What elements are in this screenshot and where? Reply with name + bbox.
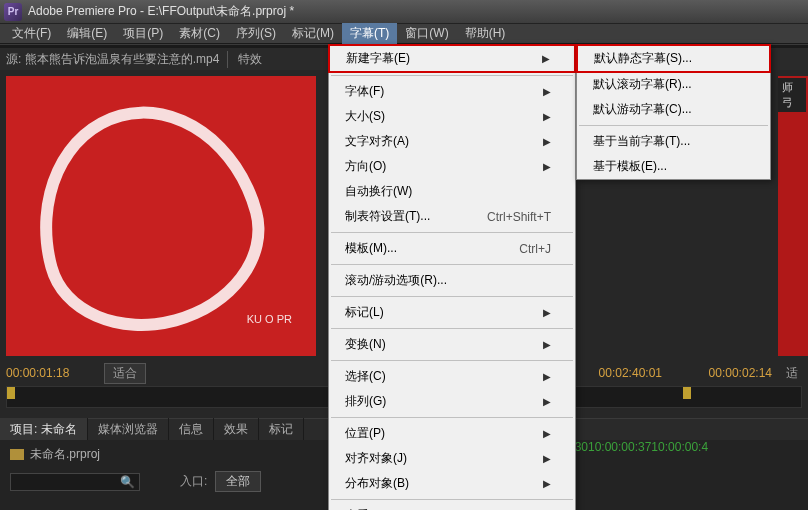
menu-item-position[interactable]: 位置(P)▶ xyxy=(329,421,575,446)
menu-item-label: 变换(N) xyxy=(345,336,386,353)
tab-markers[interactable]: 标记 xyxy=(259,418,304,441)
menu-item-label: 位置(P) xyxy=(345,425,385,442)
menu-item-label: 字体(F) xyxy=(345,83,384,100)
menu-item-select[interactable]: 选择(C)▶ xyxy=(329,364,575,389)
in-label: 入口: xyxy=(180,473,207,490)
menu-sequence[interactable]: 序列(S) xyxy=(228,23,284,44)
submenu-item-current[interactable]: 基于当前字幕(T)... xyxy=(577,129,770,154)
menu-clip[interactable]: 素材(C) xyxy=(171,23,228,44)
menu-item-size[interactable]: 大小(S)▶ xyxy=(329,104,575,129)
menu-item-label: 大小(S) xyxy=(345,108,385,125)
menu-marker[interactable]: 标记(M) xyxy=(284,23,342,44)
menu-separator xyxy=(331,360,573,361)
program-monitor-edge: 师弓 xyxy=(778,76,808,356)
playhead-marker-2[interactable] xyxy=(683,387,691,399)
menu-item-label: 滚动/游动选项(R)... xyxy=(345,272,447,289)
menu-item-label: 文字对齐(A) xyxy=(345,133,409,150)
submenu-arrow-icon: ▶ xyxy=(543,371,551,382)
menu-item-align-objects[interactable]: 对齐对象(J)▶ xyxy=(329,446,575,471)
menu-item-tabstops[interactable]: 制表符设置(T)...Ctrl+Shift+T xyxy=(329,204,575,229)
menu-separator xyxy=(331,75,573,76)
menu-window[interactable]: 窗口(W) xyxy=(397,23,456,44)
menu-item-label: 标记(L) xyxy=(345,304,384,321)
playhead-marker[interactable] xyxy=(7,387,15,399)
menu-item-label: 模板(M)... xyxy=(345,240,397,257)
submenu-item-still[interactable]: 默认静态字幕(S)... xyxy=(576,44,771,73)
menu-bar: 文件(F) 编辑(E) 项目(P) 素材(C) 序列(S) 标记(M) 字幕(T… xyxy=(0,24,808,44)
title-bar: Pr Adobe Premiere Pro - E:\FFOutput\未命名.… xyxy=(0,0,808,24)
tab-effects[interactable]: 效果 xyxy=(214,418,259,441)
tab-info[interactable]: 信息 xyxy=(169,418,214,441)
submenu-arrow-icon: ▶ xyxy=(543,396,551,407)
bin-icon xyxy=(10,449,24,460)
menu-shortcut: Ctrl+Shift+T xyxy=(487,210,551,224)
menu-item-align[interactable]: 文字对齐(A)▶ xyxy=(329,129,575,154)
menu-item-arrange[interactable]: 排列(G)▶ xyxy=(329,389,575,414)
search-input[interactable]: 🔍 xyxy=(10,473,140,491)
menu-item-label: 对齐对象(J) xyxy=(345,450,407,467)
window-title: Adobe Premiere Pro - E:\FFOutput\未命名.prp… xyxy=(28,3,294,20)
menu-item-font[interactable]: 字体(F)▶ xyxy=(329,79,575,104)
title-dropdown-menu: 新建字幕(E)▶ 字体(F)▶ 大小(S)▶ 文字对齐(A)▶ 方向(O)▶ 自… xyxy=(328,44,576,510)
tab-media-browser[interactable]: 媒体浏览器 xyxy=(88,418,169,441)
new-title-submenu: 默认静态字幕(S)... 默认滚动字幕(R)... 默认游动字幕(C)... 基… xyxy=(576,44,771,180)
submenu-item-crawl[interactable]: 默认游动字幕(C)... xyxy=(577,97,770,122)
menu-separator xyxy=(331,328,573,329)
menu-item-label: 选择(C) xyxy=(345,368,386,385)
menu-separator xyxy=(331,264,573,265)
menu-item-label: 默认游动字幕(C)... xyxy=(593,101,692,118)
app-logo: Pr xyxy=(4,3,22,21)
menu-item-direction[interactable]: 方向(O)▶ xyxy=(329,154,575,179)
search-icon: 🔍 xyxy=(120,475,135,489)
submenu-arrow-icon: ▶ xyxy=(543,111,551,122)
menu-item-view[interactable]: 查看(V)▶ xyxy=(329,503,575,510)
menu-edit[interactable]: 编辑(E) xyxy=(59,23,115,44)
source-tab-effects[interactable]: 特效 xyxy=(227,51,262,68)
menu-item-label: 基于模板(E)... xyxy=(593,158,667,175)
menu-item-label: 分布对象(B) xyxy=(345,475,409,492)
menu-file[interactable]: 文件(F) xyxy=(4,23,59,44)
menu-item-label: 方向(O) xyxy=(345,158,386,175)
submenu-arrow-icon: ▶ xyxy=(543,161,551,172)
menu-item-label: 自动换行(W) xyxy=(345,183,412,200)
menu-item-label: 默认滚动字幕(R)... xyxy=(593,76,692,93)
menu-separator xyxy=(579,125,768,126)
menu-item-label: 制表符设置(T)... xyxy=(345,208,430,225)
duration-timecode: 00:02:40:01 xyxy=(599,366,662,380)
menu-item-label: 排列(G) xyxy=(345,393,386,410)
menu-item-roll-options[interactable]: 滚动/游动选项(R)... xyxy=(329,268,575,293)
tab-project[interactable]: 项目: 未命名 xyxy=(0,418,88,441)
menu-item-label: 基于当前字幕(T)... xyxy=(593,133,690,150)
zoom-fit-2[interactable]: 适 xyxy=(786,365,798,382)
menu-project[interactable]: 项目(P) xyxy=(115,23,171,44)
submenu-arrow-icon: ▶ xyxy=(543,339,551,350)
menu-separator xyxy=(331,499,573,500)
project-filename: 未命名.prproj xyxy=(30,446,100,463)
source-monitor[interactable]: KU O PR xyxy=(6,76,316,356)
badge: 师弓 xyxy=(778,78,806,112)
program-timecode[interactable]: 00:00:02:14 xyxy=(709,366,772,380)
preview-watermark: KU O PR xyxy=(247,312,292,326)
menu-item-wrap[interactable]: 自动换行(W) xyxy=(329,179,575,204)
menu-item-logo[interactable]: 标记(L)▶ xyxy=(329,300,575,325)
menu-item-distribute[interactable]: 分布对象(B)▶ xyxy=(329,471,575,496)
menu-item-transform[interactable]: 变换(N)▶ xyxy=(329,332,575,357)
menu-separator xyxy=(331,417,573,418)
submenu-item-roll[interactable]: 默认滚动字幕(R)... xyxy=(577,72,770,97)
menu-title[interactable]: 字幕(T) xyxy=(342,23,397,44)
submenu-item-template[interactable]: 基于模板(E)... xyxy=(577,154,770,179)
source-timecode[interactable]: 00:00:01:18 xyxy=(6,366,96,380)
menu-item-template[interactable]: 模板(M)...Ctrl+J xyxy=(329,236,575,261)
submenu-arrow-icon: ▶ xyxy=(543,307,551,318)
submenu-arrow-icon: ▶ xyxy=(543,453,551,464)
submenu-arrow-icon: ▶ xyxy=(543,136,551,147)
submenu-arrow-icon: ▶ xyxy=(543,478,551,489)
menu-help[interactable]: 帮助(H) xyxy=(457,23,514,44)
menu-shortcut: Ctrl+J xyxy=(519,242,551,256)
zoom-fit[interactable]: 适合 xyxy=(104,363,146,384)
menu-separator xyxy=(331,296,573,297)
source-label: 源: 熊本熊告诉泡温泉有些要注意的.mp4 xyxy=(6,51,219,68)
in-value-dropdown[interactable]: 全部 xyxy=(215,471,261,492)
submenu-arrow-icon: ▶ xyxy=(542,53,550,64)
menu-item-new-title[interactable]: 新建字幕(E)▶ xyxy=(328,44,576,73)
